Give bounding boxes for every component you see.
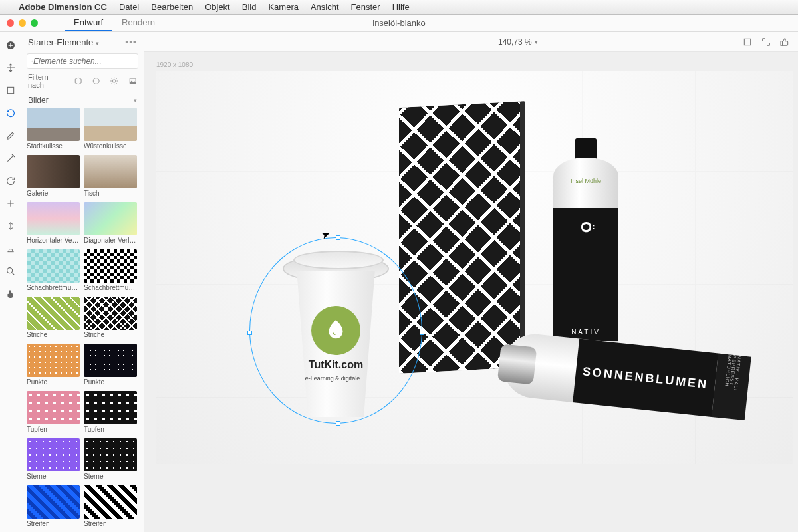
view-bounds-icon[interactable]: [761, 37, 771, 47]
object-bottle-lying[interactable]: SONNENBLUMEN NATIV · KALT GEPRESST · NAT…: [499, 331, 751, 430]
asset-label: Schachbrettmuster: [84, 283, 137, 295]
asset-thumb[interactable]: [84, 438, 137, 471]
thumbs-up-icon[interactable]: [779, 37, 790, 47]
asset-label: Punkte: [84, 377, 137, 390]
asset-label: Tupfen: [84, 424, 137, 437]
asset-label: Sterne: [84, 471, 137, 484]
asset-item[interactable]: Horizontaler Verlauf: [27, 202, 80, 248]
tab-entwurf[interactable]: Entwurf: [65, 15, 112, 31]
move-tool-icon[interactable]: [4, 61, 17, 74]
asset-thumb[interactable]: [27, 108, 80, 141]
asset-item[interactable]: Streifen: [27, 485, 80, 531]
chevron-down-icon: ▾: [96, 40, 99, 47]
asset-item[interactable]: Striche: [27, 297, 80, 342]
menu-hilfe[interactable]: Hilfe: [392, 2, 410, 12]
minimize-window[interactable]: [19, 19, 26, 27]
asset-item[interactable]: Punkte: [27, 344, 80, 390]
asset-thumb[interactable]: [27, 344, 80, 377]
menu-kamera[interactable]: Kamera: [268, 2, 299, 12]
asset-thumb[interactable]: [27, 202, 80, 235]
menu-objekt[interactable]: Objekt: [205, 2, 230, 12]
asset-thumb[interactable]: [27, 438, 80, 471]
wand-tool-icon[interactable]: [4, 152, 17, 165]
canvas-dimensions: 1920 x 1080: [156, 61, 798, 68]
asset-thumb[interactable]: [84, 155, 137, 188]
viewport-toolbar: 140,73 %▾: [144, 32, 798, 52]
pen-tool-icon[interactable]: [4, 129, 17, 142]
rotate-tool-icon[interactable]: [4, 174, 17, 188]
asset-thumb[interactable]: [27, 155, 80, 188]
view-frame-icon[interactable]: [742, 37, 753, 47]
asset-thumb[interactable]: [27, 391, 80, 424]
assets-search-input[interactable]: [33, 57, 134, 66]
asset-thumb[interactable]: [27, 485, 80, 519]
vertical-move-icon[interactable]: [4, 219, 17, 233]
filter-images-icon[interactable]: [128, 76, 137, 86]
asset-thumb[interactable]: [27, 249, 80, 283]
asset-thumb[interactable]: [84, 344, 137, 377]
asset-thumb[interactable]: [84, 108, 137, 141]
zoom-tool-icon[interactable]: [4, 265, 17, 278]
asset-item[interactable]: Schachbrettmuster: [27, 249, 80, 295]
asset-grid[interactable]: StadtkulisseWüstenkulisseGalerieTischHor…: [21, 108, 144, 532]
plus-tool-icon[interactable]: [4, 197, 17, 210]
asset-thumb[interactable]: [84, 391, 137, 424]
svg-point-4: [93, 78, 99, 84]
frame-tool-icon[interactable]: [4, 84, 17, 97]
close-window[interactable]: [7, 19, 14, 27]
asset-item[interactable]: Streifen: [84, 485, 137, 531]
app-name[interactable]: Adobe Dimension CC: [19, 2, 107, 12]
window-strip: Entwurf Rendern inselöl-blanko: [0, 15, 798, 32]
menu-bild[interactable]: Bild: [242, 2, 257, 12]
maximize-window[interactable]: [31, 19, 38, 27]
asset-item[interactable]: Tupfen: [27, 391, 80, 437]
orbit-tool-icon[interactable]: [4, 106, 17, 120]
sampler-tool-icon[interactable]: [4, 242, 17, 255]
asset-thumb[interactable]: [84, 485, 137, 519]
tab-rendern[interactable]: Rendern: [112, 15, 164, 31]
asset-thumb[interactable]: [84, 297, 137, 330]
selection-handle[interactable]: [247, 331, 252, 335]
asset-label: Streifen: [84, 519, 137, 531]
menu-datei[interactable]: Datei: [119, 2, 139, 12]
selection-handle[interactable]: [336, 235, 340, 240]
assets-title[interactable]: Starter-Elemente▾: [28, 37, 99, 47]
asset-item[interactable]: Tisch: [84, 155, 137, 201]
assets-search[interactable]: [27, 53, 138, 69]
asset-item[interactable]: Schachbrettmuster: [84, 249, 137, 295]
svg-point-2: [7, 268, 12, 273]
object-cup[interactable]: TutKit.com e-Learning & digitale ...: [283, 244, 389, 417]
asset-item[interactable]: Striche: [84, 297, 137, 342]
menu-bearbeiten[interactable]: Bearbeiten: [151, 2, 193, 12]
asset-item[interactable]: Sterne: [27, 438, 80, 484]
filter-materials-icon[interactable]: [92, 76, 100, 86]
asset-thumb[interactable]: [84, 249, 137, 283]
stage[interactable]: ➤ TutKit.com e-Learning & digitale ...: [156, 71, 793, 464]
window-controls: [0, 19, 38, 27]
asset-item[interactable]: Diagonaler Verlauf: [84, 202, 137, 248]
category-row[interactable]: Bilder ▾: [21, 93, 144, 108]
asset-thumb[interactable]: [27, 297, 80, 330]
menu-ansicht[interactable]: Ansicht: [311, 2, 339, 12]
asset-item[interactable]: Sterne: [84, 438, 137, 484]
bottle-label: Insel Mühle Ö NATIV: [553, 208, 618, 341]
selection-handle[interactable]: [336, 421, 340, 426]
asset-item[interactable]: Punkte: [84, 344, 137, 390]
zoom-level[interactable]: 140,73 %▾: [498, 37, 538, 47]
selection-handle[interactable]: [420, 331, 424, 335]
asset-thumb[interactable]: [84, 202, 137, 235]
filter-models-icon[interactable]: [74, 76, 82, 86]
panel-more-icon[interactable]: •••: [125, 37, 137, 47]
asset-item[interactable]: Stadtkulisse: [27, 108, 80, 154]
filter-lights-icon[interactable]: [110, 76, 118, 86]
asset-label: Horizontaler Verlauf: [27, 235, 80, 248]
menu-fenster[interactable]: Fenster: [351, 2, 380, 12]
tool-rail: [0, 32, 21, 532]
asset-item[interactable]: Galerie: [27, 155, 80, 201]
asset-item[interactable]: Tupfen: [84, 391, 137, 437]
hand-tool-icon[interactable]: [4, 287, 17, 301]
canvas-area[interactable]: 1920 x 1080 ➤ TutKit.com: [144, 52, 798, 532]
asset-item[interactable]: Wüstenkulisse: [84, 108, 137, 154]
asset-label: Schachbrettmuster: [27, 283, 80, 295]
add-tool-icon[interactable]: [4, 39, 17, 52]
